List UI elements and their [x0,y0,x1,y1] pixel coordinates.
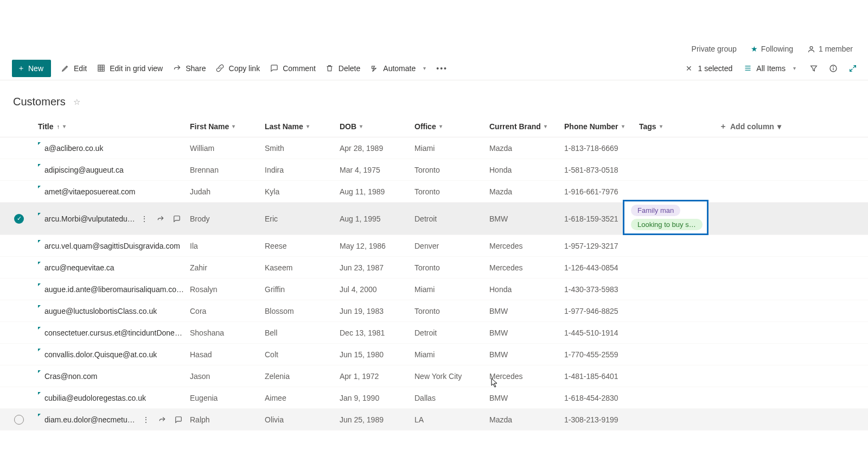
cell-dob: Apr 28, 1989 [340,144,414,153]
cell-phone: 1-308-213-9199 [564,415,639,424]
title-text: a@aclibero.co.uk [44,144,103,153]
table-row[interactable]: amet@vitaeposuereat.comJudahKylaAug 11, … [0,181,868,203]
comment-button[interactable]: Comment [270,64,316,73]
cell-phone: 1-618-454-2830 [564,394,639,402]
cell-office: Toronto [414,166,489,174]
cell-office: Toronto [414,263,489,272]
cell-office: Detroit [414,328,489,337]
more-icon[interactable]: ⋮ [141,214,148,223]
title-text: amet@vitaeposuereat.com [44,187,136,196]
following-button[interactable]: ★ Following [751,45,793,53]
cell-dob: Apr 1, 1972 [340,372,414,381]
share-icon[interactable] [158,416,166,424]
chevron-down-icon: ▾ [622,123,624,129]
title-cell[interactable]: convallis.dolor.Quisque@at.co.uk [38,350,190,359]
cell-phone: 1-977-946-8825 [564,307,639,315]
title-cell[interactable]: Cras@non.com [38,372,190,381]
table-row[interactable]: consectetuer.cursus.et@tinciduntDonec.co… [0,322,868,344]
star-icon: ★ [751,45,758,53]
cell-office: Detroit [414,214,489,223]
column-phone[interactable]: Phone Number ▾ [564,122,639,131]
title-cell[interactable]: arcu.vel.quam@sagittisDuisgravida.com [38,242,190,250]
chevron-down-icon: ▾ [360,123,362,129]
chevron-down-icon: ▾ [232,123,235,129]
table-row[interactable]: a@aclibero.co.ukWilliamSmithApr 28, 1989… [0,137,868,159]
title-cell[interactable]: diam.eu.dolor@necmetus.…⋮ [38,415,190,424]
members-button[interactable]: 1 member [807,45,853,53]
filter-icon[interactable] [809,64,818,73]
column-phone-label: Phone Number [564,122,618,131]
table-row[interactable]: arcu.vel.quam@sagittisDuisgravida.comIla… [0,235,868,257]
column-first-name[interactable]: First Name ▾ [190,122,265,131]
comment-label: Comment [283,64,316,73]
copy-link-button[interactable]: Copy link [216,64,260,73]
table-row[interactable]: arcu@nequevitae.caZahirKaseemJun 23, 198… [0,257,868,279]
more-button[interactable]: ••• [436,64,448,73]
column-tags[interactable]: Tags ▾ [639,122,719,131]
delete-button[interactable]: Delete [326,64,360,73]
cell-brand: Mazda [489,415,564,424]
table-row[interactable]: adipiscing@augueut.caBrennanIndiraMar 4,… [0,159,868,181]
column-brand[interactable]: Current Brand ▾ [489,122,564,131]
cell-brand: Mercedes [489,263,564,272]
grid-header: Title ↑ ▾ First Name ▾ Last Name ▾ DOB ▾… [0,116,868,137]
comment-icon[interactable] [173,215,181,223]
edit-grid-button[interactable]: Edit in grid view [97,64,163,73]
title-cell[interactable]: adipiscing@augueut.ca [38,166,190,174]
cell-first: Brody [190,214,265,223]
edit-button[interactable]: Edit [61,64,87,73]
delete-label: Delete [339,64,360,73]
table-row[interactable]: diam.eu.dolor@necmetus.…⋮RalphOliviaJun … [0,409,868,431]
clear-selection-button[interactable]: ✕ 1 selected [685,64,732,73]
column-title-label: Title [38,122,54,131]
table-row[interactable]: Cras@non.comJasonZeleniaApr 1, 1972New Y… [0,365,868,387]
title-cell[interactable]: a@aclibero.co.uk [38,144,190,153]
svg-point-11 [833,66,834,67]
share-button[interactable]: Share [173,64,206,73]
new-button[interactable]: ＋ New [12,60,51,77]
title-cell[interactable]: augue.id.ante@liberomaurisaliquam.co.uk [38,285,190,294]
expand-icon[interactable] [848,64,857,73]
column-title[interactable]: Title ↑ ▾ [38,122,190,131]
cell-first: Jason [190,372,265,381]
cell-office: New York City [414,372,489,381]
title-cell[interactable]: consectetuer.cursus.et@tinciduntDonec.co… [38,328,190,337]
person-icon [807,45,815,53]
more-icon[interactable]: ⋮ [142,415,150,424]
table-row[interactable]: cubilia@eudoloregestas.co.ukEugeniaAimee… [0,387,868,409]
column-dob[interactable]: DOB ▾ [340,122,414,131]
cell-brand: Mazda [489,144,564,153]
row-selector[interactable]: ✓ [0,214,38,224]
view-selector[interactable]: All Items ▾ [743,64,799,73]
title-cell[interactable]: arcu@nequevitae.ca [38,263,190,272]
tag-family-man[interactable]: Family man [631,205,680,216]
column-last-name[interactable]: Last Name ▾ [265,122,340,131]
tag-looking-to-buy[interactable]: Looking to buy s… [631,219,703,230]
table-row[interactable]: convallis.dolor.Quisque@at.co.ukHasadCol… [0,344,868,365]
plus-icon: ＋ [719,122,727,131]
automate-button[interactable]: Automate ▾ [370,64,429,73]
title-text: arcu.vel.quam@sagittisDuisgravida.com [44,242,180,250]
comment-icon[interactable] [175,416,182,424]
following-label: Following [761,45,793,53]
table-row[interactable]: augue@luctuslobortisClass.co.ukCoraBloss… [0,300,868,322]
column-office[interactable]: Office ▾ [414,122,489,131]
info-icon[interactable] [829,64,838,73]
favorite-star-icon[interactable]: ☆ [73,97,80,107]
title-text: consectetuer.cursus.et@tinciduntDonec.co… [44,328,186,337]
chevron-down-icon: ▾ [544,123,547,129]
table-row[interactable]: ✓arcu.Morbi@vulputatedu…⋮BrodyEricAug 1,… [0,203,868,235]
add-column-button[interactable]: ＋ Add column ▾ [719,122,817,131]
sort-asc-icon: ↑ [57,123,60,130]
title-cell[interactable]: amet@vitaeposuereat.com [38,187,190,196]
title-cell[interactable]: cubilia@eudoloregestas.co.uk [38,394,190,402]
cell-office: Dallas [414,394,489,402]
add-column-label: Add column [730,122,774,131]
cell-first: Rosalyn [190,285,265,294]
share-icon[interactable] [157,215,164,223]
link-icon [216,64,225,73]
table-row[interactable]: augue.id.ante@liberomaurisaliquam.co.ukR… [0,279,868,300]
title-cell[interactable]: augue@luctuslobortisClass.co.uk [38,307,190,315]
row-selector[interactable] [0,415,38,425]
title-cell[interactable]: arcu.Morbi@vulputatedu…⋮ [38,214,190,223]
